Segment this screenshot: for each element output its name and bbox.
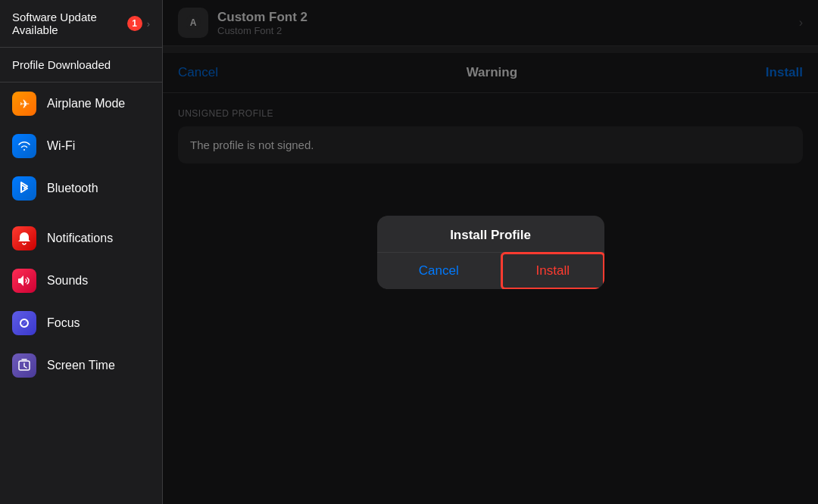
settings-sidebar: Software Update Available 1 › Profile Do… xyxy=(0,0,163,504)
sidebar-item-bluetooth[interactable]: Bluetooth xyxy=(0,167,162,210)
sidebar-item-wifi[interactable]: Wi-Fi xyxy=(0,125,162,167)
chevron-right-icon: › xyxy=(147,18,150,30)
focus-icon xyxy=(12,311,36,335)
install-profile-cancel-button[interactable]: Cancel xyxy=(377,253,502,289)
wifi-icon xyxy=(12,134,36,158)
sidebar-item-label: Wi-Fi xyxy=(47,139,75,153)
sidebar-item-label: Sounds xyxy=(47,274,88,288)
screentime-icon xyxy=(12,353,36,378)
install-profile-buttons: Cancel Install xyxy=(377,253,604,289)
install-profile-dialog: Install Profile Cancel Install xyxy=(377,216,604,289)
airplane-icon: ✈ xyxy=(12,92,36,116)
sidebar-item-sounds[interactable]: Sounds xyxy=(0,260,162,302)
sidebar-item-airplane[interactable]: ✈ Airplane Mode xyxy=(0,82,162,125)
sounds-icon xyxy=(12,269,36,293)
sidebar-item-label: Focus xyxy=(47,316,80,330)
sidebar-item-notifications[interactable]: Notifications xyxy=(0,217,162,260)
profile-downloaded-row[interactable]: Profile Downloaded xyxy=(0,48,162,82)
install-profile-title-row: Install Profile xyxy=(377,216,604,253)
install-profile-title: Install Profile xyxy=(450,228,531,242)
software-update-badge: 1 xyxy=(127,16,142,31)
sidebar-item-screentime[interactable]: Screen Time xyxy=(0,344,162,387)
sidebar-item-label: Bluetooth xyxy=(47,182,98,195)
install-profile-install-wrapper: Install xyxy=(501,253,604,289)
sidebar-item-label: Airplane Mode xyxy=(47,97,125,110)
software-update-row[interactable]: Software Update Available 1 › xyxy=(0,0,162,48)
profile-downloaded-text: Profile Downloaded xyxy=(12,58,111,71)
notifications-icon xyxy=(12,226,36,250)
sidebar-item-label: Notifications xyxy=(47,232,113,245)
install-profile-install-button[interactable]: Install xyxy=(501,253,604,289)
bluetooth-icon xyxy=(12,176,36,201)
install-profile-overlay: Install Profile Cancel Install xyxy=(163,0,818,504)
software-update-text: Software Update Available xyxy=(12,11,127,36)
sidebar-item-label: Screen Time xyxy=(47,359,115,372)
sidebar-item-focus[interactable]: Focus xyxy=(0,302,162,344)
